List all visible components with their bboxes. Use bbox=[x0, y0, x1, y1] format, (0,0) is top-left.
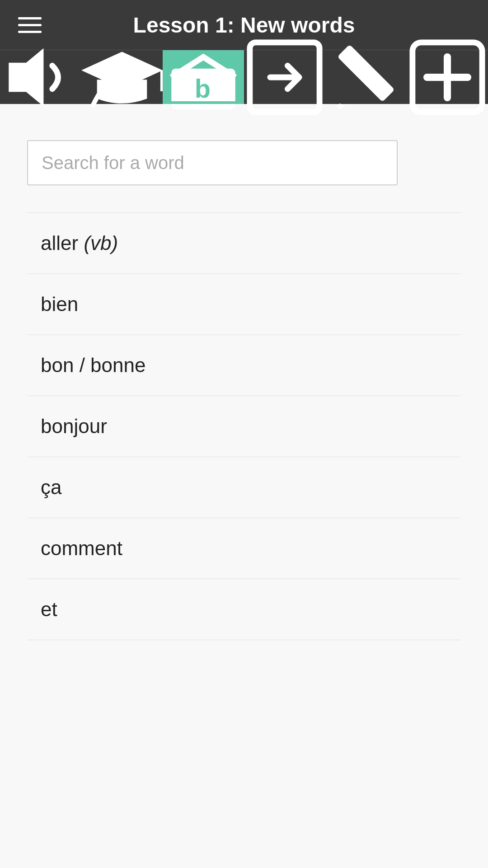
plus-icon bbox=[407, 37, 488, 118]
word-text: ça bbox=[41, 476, 61, 498]
list-item[interactable]: comment bbox=[27, 518, 461, 579]
word-text: bon / bonne bbox=[41, 354, 145, 376]
toolbar: b bbox=[0, 50, 488, 104]
pencil-icon bbox=[325, 37, 407, 118]
list-item[interactable]: bien bbox=[27, 274, 461, 335]
speaker-icon bbox=[0, 37, 81, 118]
word-text: bien bbox=[41, 293, 78, 315]
word-text: comment bbox=[41, 537, 122, 559]
list-item[interactable]: ça bbox=[27, 457, 461, 518]
toolbar-add[interactable] bbox=[407, 50, 488, 104]
toolbar-flashcard[interactable]: b bbox=[163, 50, 244, 104]
svg-rect-6 bbox=[337, 44, 394, 102]
swap-icon bbox=[244, 37, 325, 118]
page-title: Lesson 1: New words bbox=[133, 13, 355, 38]
flashcard-icon: b bbox=[163, 37, 244, 118]
word-text: et bbox=[41, 598, 57, 620]
menu-button[interactable] bbox=[18, 17, 42, 33]
search-container bbox=[27, 140, 461, 185]
list-item[interactable]: aller (vb) bbox=[27, 212, 461, 274]
list-item[interactable]: bon / bonne bbox=[27, 335, 461, 396]
toolbar-pencil[interactable] bbox=[325, 50, 407, 104]
svg-marker-0 bbox=[9, 48, 43, 106]
toolbar-swap[interactable] bbox=[244, 50, 325, 104]
main-content: aller (vb) bien bon / bonne bonjour ça c… bbox=[0, 104, 488, 868]
list-item[interactable]: bonjour bbox=[27, 396, 461, 457]
word-list: aller (vb) bien bon / bonne bonjour ça c… bbox=[27, 212, 461, 640]
toolbar-speaker[interactable] bbox=[0, 50, 81, 104]
search-input[interactable] bbox=[27, 140, 398, 185]
svg-text:b: b bbox=[195, 74, 211, 103]
graduation-icon bbox=[81, 45, 163, 110]
toolbar-graduation[interactable] bbox=[81, 50, 163, 104]
list-item[interactable]: et bbox=[27, 579, 461, 640]
word-text: bonjour bbox=[41, 415, 107, 437]
word-text: aller (vb) bbox=[41, 232, 118, 254]
